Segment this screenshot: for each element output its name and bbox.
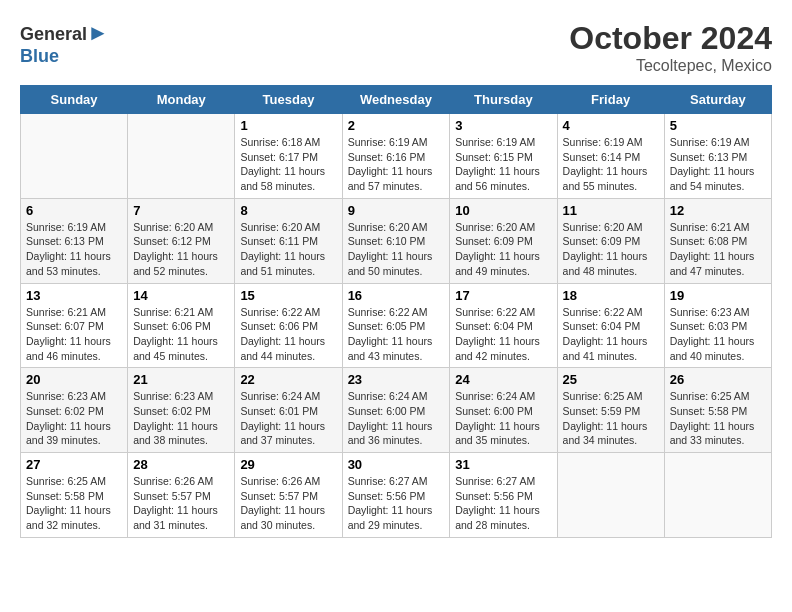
calendar-cell: 29Sunrise: 6:26 AM Sunset: 5:57 PM Dayli… bbox=[235, 453, 342, 538]
cell-info: Sunrise: 6:26 AM Sunset: 5:57 PM Dayligh… bbox=[133, 474, 229, 533]
cell-info: Sunrise: 6:23 AM Sunset: 6:02 PM Dayligh… bbox=[133, 389, 229, 448]
calendar-cell bbox=[664, 453, 771, 538]
cell-info: Sunrise: 6:21 AM Sunset: 6:06 PM Dayligh… bbox=[133, 305, 229, 364]
cell-info: Sunrise: 6:22 AM Sunset: 6:06 PM Dayligh… bbox=[240, 305, 336, 364]
calendar-cell bbox=[557, 453, 664, 538]
cell-info: Sunrise: 6:23 AM Sunset: 6:02 PM Dayligh… bbox=[26, 389, 122, 448]
calendar-cell: 5Sunrise: 6:19 AM Sunset: 6:13 PM Daylig… bbox=[664, 114, 771, 199]
cell-info: Sunrise: 6:19 AM Sunset: 6:13 PM Dayligh… bbox=[26, 220, 122, 279]
day-number: 7 bbox=[133, 203, 229, 218]
calendar-cell: 31Sunrise: 6:27 AM Sunset: 5:56 PM Dayli… bbox=[450, 453, 557, 538]
calendar-cell: 12Sunrise: 6:21 AM Sunset: 6:08 PM Dayli… bbox=[664, 198, 771, 283]
logo: General► Blue bbox=[20, 20, 109, 67]
day-number: 15 bbox=[240, 288, 336, 303]
day-number: 27 bbox=[26, 457, 122, 472]
cell-info: Sunrise: 6:23 AM Sunset: 6:03 PM Dayligh… bbox=[670, 305, 766, 364]
cell-info: Sunrise: 6:20 AM Sunset: 6:09 PM Dayligh… bbox=[455, 220, 551, 279]
calendar-cell: 30Sunrise: 6:27 AM Sunset: 5:56 PM Dayli… bbox=[342, 453, 450, 538]
day-number: 19 bbox=[670, 288, 766, 303]
cell-info: Sunrise: 6:20 AM Sunset: 6:12 PM Dayligh… bbox=[133, 220, 229, 279]
week-row-4: 20Sunrise: 6:23 AM Sunset: 6:02 PM Dayli… bbox=[21, 368, 772, 453]
cell-info: Sunrise: 6:22 AM Sunset: 6:04 PM Dayligh… bbox=[455, 305, 551, 364]
calendar-cell: 18Sunrise: 6:22 AM Sunset: 6:04 PM Dayli… bbox=[557, 283, 664, 368]
cell-info: Sunrise: 6:20 AM Sunset: 6:09 PM Dayligh… bbox=[563, 220, 659, 279]
day-number: 1 bbox=[240, 118, 336, 133]
cell-info: Sunrise: 6:21 AM Sunset: 6:07 PM Dayligh… bbox=[26, 305, 122, 364]
calendar-cell: 4Sunrise: 6:19 AM Sunset: 6:14 PM Daylig… bbox=[557, 114, 664, 199]
calendar-cell: 23Sunrise: 6:24 AM Sunset: 6:00 PM Dayli… bbox=[342, 368, 450, 453]
day-header-sunday: Sunday bbox=[21, 86, 128, 114]
calendar-cell: 13Sunrise: 6:21 AM Sunset: 6:07 PM Dayli… bbox=[21, 283, 128, 368]
day-number: 17 bbox=[455, 288, 551, 303]
title-section: October 2024 Tecoltepec, Mexico bbox=[569, 20, 772, 75]
logo-general-text: General bbox=[20, 24, 87, 44]
day-number: 25 bbox=[563, 372, 659, 387]
day-number: 26 bbox=[670, 372, 766, 387]
day-number: 22 bbox=[240, 372, 336, 387]
calendar-cell: 8Sunrise: 6:20 AM Sunset: 6:11 PM Daylig… bbox=[235, 198, 342, 283]
cell-info: Sunrise: 6:19 AM Sunset: 6:16 PM Dayligh… bbox=[348, 135, 445, 194]
calendar-cell: 28Sunrise: 6:26 AM Sunset: 5:57 PM Dayli… bbox=[128, 453, 235, 538]
calendar-cell: 9Sunrise: 6:20 AM Sunset: 6:10 PM Daylig… bbox=[342, 198, 450, 283]
calendar-cell: 2Sunrise: 6:19 AM Sunset: 6:16 PM Daylig… bbox=[342, 114, 450, 199]
calendar-cell: 15Sunrise: 6:22 AM Sunset: 6:06 PM Dayli… bbox=[235, 283, 342, 368]
day-number: 24 bbox=[455, 372, 551, 387]
day-number: 8 bbox=[240, 203, 336, 218]
week-row-5: 27Sunrise: 6:25 AM Sunset: 5:58 PM Dayli… bbox=[21, 453, 772, 538]
day-number: 10 bbox=[455, 203, 551, 218]
day-header-friday: Friday bbox=[557, 86, 664, 114]
calendar-cell: 3Sunrise: 6:19 AM Sunset: 6:15 PM Daylig… bbox=[450, 114, 557, 199]
calendar-cell bbox=[21, 114, 128, 199]
cell-info: Sunrise: 6:24 AM Sunset: 6:01 PM Dayligh… bbox=[240, 389, 336, 448]
day-header-tuesday: Tuesday bbox=[235, 86, 342, 114]
cell-info: Sunrise: 6:24 AM Sunset: 6:00 PM Dayligh… bbox=[348, 389, 445, 448]
calendar-cell: 7Sunrise: 6:20 AM Sunset: 6:12 PM Daylig… bbox=[128, 198, 235, 283]
day-number: 2 bbox=[348, 118, 445, 133]
logo-bird-icon: ► bbox=[87, 20, 109, 45]
day-number: 9 bbox=[348, 203, 445, 218]
day-number: 4 bbox=[563, 118, 659, 133]
cell-info: Sunrise: 6:22 AM Sunset: 6:05 PM Dayligh… bbox=[348, 305, 445, 364]
day-header-row: SundayMondayTuesdayWednesdayThursdayFrid… bbox=[21, 86, 772, 114]
week-row-3: 13Sunrise: 6:21 AM Sunset: 6:07 PM Dayli… bbox=[21, 283, 772, 368]
day-number: 3 bbox=[455, 118, 551, 133]
calendar-cell: 25Sunrise: 6:25 AM Sunset: 5:59 PM Dayli… bbox=[557, 368, 664, 453]
calendar-cell: 27Sunrise: 6:25 AM Sunset: 5:58 PM Dayli… bbox=[21, 453, 128, 538]
location-subtitle: Tecoltepec, Mexico bbox=[569, 57, 772, 75]
calendar-cell: 11Sunrise: 6:20 AM Sunset: 6:09 PM Dayli… bbox=[557, 198, 664, 283]
cell-info: Sunrise: 6:18 AM Sunset: 6:17 PM Dayligh… bbox=[240, 135, 336, 194]
day-number: 28 bbox=[133, 457, 229, 472]
calendar-cell: 17Sunrise: 6:22 AM Sunset: 6:04 PM Dayli… bbox=[450, 283, 557, 368]
day-number: 20 bbox=[26, 372, 122, 387]
day-header-wednesday: Wednesday bbox=[342, 86, 450, 114]
cell-info: Sunrise: 6:26 AM Sunset: 5:57 PM Dayligh… bbox=[240, 474, 336, 533]
calendar-cell: 24Sunrise: 6:24 AM Sunset: 6:00 PM Dayli… bbox=[450, 368, 557, 453]
day-number: 21 bbox=[133, 372, 229, 387]
calendar-cell: 22Sunrise: 6:24 AM Sunset: 6:01 PM Dayli… bbox=[235, 368, 342, 453]
cell-info: Sunrise: 6:25 AM Sunset: 5:58 PM Dayligh… bbox=[26, 474, 122, 533]
calendar-cell: 6Sunrise: 6:19 AM Sunset: 6:13 PM Daylig… bbox=[21, 198, 128, 283]
calendar-table: SundayMondayTuesdayWednesdayThursdayFrid… bbox=[20, 85, 772, 538]
cell-info: Sunrise: 6:22 AM Sunset: 6:04 PM Dayligh… bbox=[563, 305, 659, 364]
cell-info: Sunrise: 6:24 AM Sunset: 6:00 PM Dayligh… bbox=[455, 389, 551, 448]
day-number: 30 bbox=[348, 457, 445, 472]
cell-info: Sunrise: 6:27 AM Sunset: 5:56 PM Dayligh… bbox=[455, 474, 551, 533]
calendar-cell: 19Sunrise: 6:23 AM Sunset: 6:03 PM Dayli… bbox=[664, 283, 771, 368]
week-row-2: 6Sunrise: 6:19 AM Sunset: 6:13 PM Daylig… bbox=[21, 198, 772, 283]
day-number: 12 bbox=[670, 203, 766, 218]
day-number: 11 bbox=[563, 203, 659, 218]
calendar-cell: 26Sunrise: 6:25 AM Sunset: 5:58 PM Dayli… bbox=[664, 368, 771, 453]
day-number: 29 bbox=[240, 457, 336, 472]
day-number: 18 bbox=[563, 288, 659, 303]
cell-info: Sunrise: 6:20 AM Sunset: 6:10 PM Dayligh… bbox=[348, 220, 445, 279]
day-number: 14 bbox=[133, 288, 229, 303]
day-header-monday: Monday bbox=[128, 86, 235, 114]
day-number: 5 bbox=[670, 118, 766, 133]
week-row-1: 1Sunrise: 6:18 AM Sunset: 6:17 PM Daylig… bbox=[21, 114, 772, 199]
cell-info: Sunrise: 6:21 AM Sunset: 6:08 PM Dayligh… bbox=[670, 220, 766, 279]
cell-info: Sunrise: 6:25 AM Sunset: 5:58 PM Dayligh… bbox=[670, 389, 766, 448]
cell-info: Sunrise: 6:25 AM Sunset: 5:59 PM Dayligh… bbox=[563, 389, 659, 448]
month-year-title: October 2024 bbox=[569, 20, 772, 57]
calendar-cell bbox=[128, 114, 235, 199]
day-number: 23 bbox=[348, 372, 445, 387]
